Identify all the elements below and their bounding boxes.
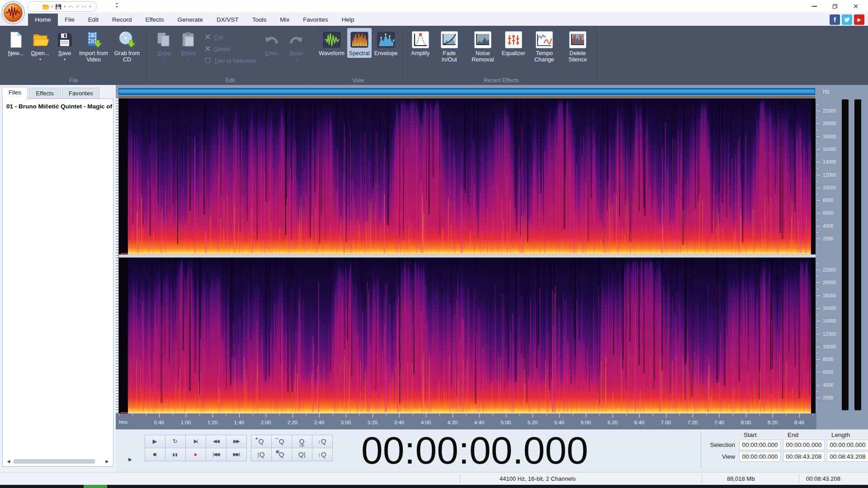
freq-tick-minor [816, 130, 818, 130]
dropdown-caret[interactable]: ▾ [64, 57, 66, 61]
tab-favorites[interactable]: Favorites [296, 14, 335, 26]
dropdown-caret[interactable]: ▾ [76, 5, 78, 9]
panel-collapse-arrow[interactable]: ▶ [128, 457, 132, 462]
new-button[interactable]: New... [4, 28, 28, 58]
quick-open-button[interactable] [42, 3, 49, 10]
copy-button[interactable]: Copy▾ [152, 28, 176, 63]
pause-button[interactable]: ▮▮ [165, 448, 186, 461]
go-to-end-button[interactable]: ▶▶| [226, 448, 247, 461]
ruler-tick-major [613, 413, 613, 418]
ruler-time-label: 7:40 [714, 420, 724, 425]
spectrogram-channel-1[interactable] [119, 99, 816, 254]
tab-generate[interactable]: Generate [171, 14, 210, 26]
spectrogram-channel-2[interactable] [119, 258, 816, 413]
envelope-button[interactable]: Envelope [373, 28, 400, 58]
redo-button[interactable]: Redo▾ [284, 28, 308, 63]
sidebar-tab-files[interactable]: Files [2, 87, 28, 99]
cut-button[interactable]: Cut [204, 33, 256, 42]
tab-record[interactable]: Record [105, 14, 139, 26]
zoom-to-selection-button[interactable]: Q⊕ [271, 448, 292, 461]
zoom-selection-start-button[interactable]: [Q [251, 448, 272, 461]
selection-length-field[interactable]: 00:00:00.000 [827, 440, 868, 450]
selection-start-field[interactable]: 00:00:00.000 [739, 440, 781, 450]
rewind-button[interactable]: ◀◀ [206, 435, 226, 448]
zoom-in-button[interactable]: Q+ [251, 435, 272, 448]
quick-access-customize-button[interactable]: ▾ [116, 3, 118, 9]
loop-button[interactable]: ↻ [165, 435, 186, 448]
tab-tools[interactable]: Tools [245, 14, 274, 26]
save-button[interactable]: Save▾ [53, 28, 76, 63]
dropdown-caret[interactable]: ▾ [271, 57, 273, 61]
quick-undo-button[interactable] [67, 3, 75, 10]
fade-in-out-button[interactable]: Fade In/Out [433, 28, 466, 64]
scroll-right-arrow[interactable]: ▶ [104, 459, 110, 464]
zoom-out-button[interactable]: Q− [271, 435, 292, 448]
file-list-item[interactable]: 01 - Bruno Mičetić Quintet - Magic of Re [3, 99, 113, 112]
paste-button[interactable]: Paste▾ [177, 28, 200, 63]
selection-end-field[interactable]: 00:00:00.000 [783, 440, 825, 450]
view-start-field[interactable]: 00:00:00.000 [739, 451, 781, 462]
play-to-end-button[interactable]: ▶| [185, 435, 206, 448]
dropdown-caret[interactable]: ▾ [89, 5, 91, 9]
button-label: Tempo Change [530, 50, 559, 63]
waveform-button[interactable]: Waveform [317, 28, 346, 58]
dropdown-caret[interactable]: ▾ [64, 5, 66, 9]
dropdown-caret[interactable]: ▾ [51, 5, 53, 9]
view-length-field[interactable]: 00:08:43.208 [827, 451, 868, 462]
amplify-button[interactable]: Amplify [409, 28, 432, 58]
overview-scrollbar[interactable] [118, 88, 815, 95]
import-from-video-button[interactable]: Import from Video [77, 28, 110, 64]
play-button[interactable]: ▶ [145, 435, 165, 448]
dropdown-caret[interactable]: ▾ [295, 57, 297, 61]
equalizer-button[interactable]: Equalizer [500, 28, 527, 58]
go-to-start-button[interactable]: |◀◀ [206, 448, 226, 461]
app-logo-icon[interactable] [1, 0, 25, 25]
delete-silence-button[interactable]: Delete Silence [561, 28, 594, 64]
tab-file[interactable]: File [58, 14, 81, 26]
horizontal-scrollbar[interactable]: ◀ ▶ [5, 458, 110, 465]
tab-mix[interactable]: Mix [273, 14, 296, 26]
fast-forward-button[interactable]: ▶▶ [226, 435, 247, 448]
twitter-icon[interactable] [842, 14, 852, 25]
maximize-button[interactable] [825, 0, 845, 13]
close-button[interactable]: × [845, 0, 866, 13]
record-button[interactable]: ● [185, 448, 206, 461]
facebook-icon[interactable]: f [830, 14, 840, 25]
tab-edit[interactable]: Edit [81, 14, 105, 26]
zoom-1-100-button[interactable]: Q100 [292, 435, 312, 448]
zoom-vertical-out-button[interactable]: ↕Q [312, 448, 333, 461]
dropdown-caret[interactable]: ▾ [163, 57, 165, 61]
zoom-vertical-in-button[interactable]: ↕Q [312, 435, 333, 448]
freq-tick-major [816, 239, 820, 239]
delete-button[interactable]: Delete [204, 45, 256, 53]
tab-dx-vst[interactable]: DX/VST [210, 14, 245, 26]
tab-help[interactable]: Help [335, 14, 361, 26]
grab-from-cd-button[interactable]: Grab from CD [111, 28, 143, 64]
tempo-change-button[interactable]: Tempo Change [528, 28, 561, 64]
minimize-button[interactable] [804, 0, 825, 13]
ruler-time-label: 6:20 [608, 420, 618, 425]
trim-to-selection-button[interactable]: Trim to Selection [204, 57, 256, 65]
dropdown-caret[interactable]: ▾ [39, 57, 41, 61]
tab-home[interactable]: Home [28, 14, 58, 26]
quick-new-button[interactable] [33, 3, 40, 10]
quick-redo-button[interactable] [80, 3, 87, 10]
tab-effects[interactable]: Effects [139, 14, 171, 26]
scroll-left-arrow[interactable]: ◀ [5, 459, 12, 464]
time-ruler[interactable]: hms 0:401:001:201:402:002:202:403:003:20… [116, 413, 816, 429]
sidebar-tab-favorites[interactable]: Favorites [62, 88, 99, 99]
dropdown-caret[interactable]: ▾ [188, 57, 189, 61]
youtube-icon[interactable]: ▶ [854, 14, 864, 25]
button-label: Trim to Selection [214, 58, 256, 64]
quick-save-button[interactable] [55, 3, 62, 10]
open-button[interactable]: Open...▾ [28, 28, 52, 63]
spectral-button[interactable]: Spectral [347, 28, 372, 58]
noise-removal-button[interactable]: Noise Removal [467, 28, 499, 64]
view-end-field[interactable]: 00:08:43.208 [783, 451, 825, 462]
zoom-selection-end-button[interactable]: Q] [292, 448, 312, 461]
stop-button[interactable]: ■ [145, 448, 165, 461]
sidebar-tab-effects[interactable]: Effects [29, 88, 61, 99]
status-duration: 00:08:43.208 [806, 475, 840, 482]
undo-button[interactable]: Undo▾ [260, 28, 283, 63]
scrollbar-thumb[interactable] [14, 459, 95, 464]
